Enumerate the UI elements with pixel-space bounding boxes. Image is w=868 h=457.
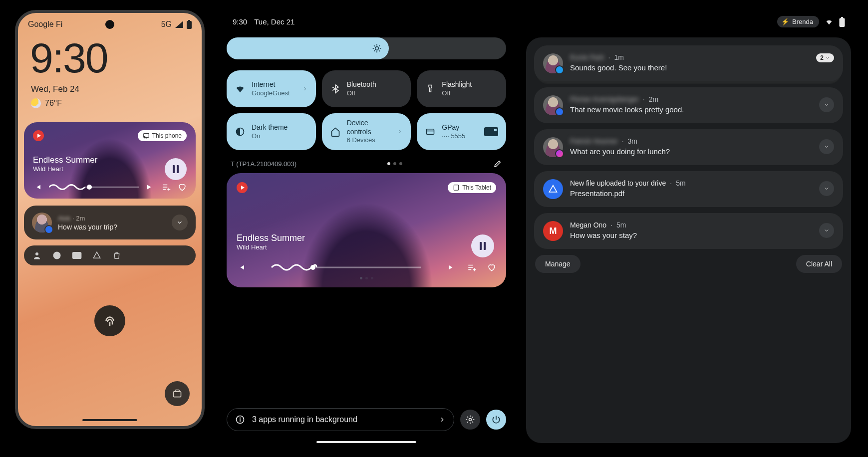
phone-media-card[interactable]: This phone Endless Summer Wild Heart	[24, 122, 196, 199]
notification-card[interactable]: Florian Koenigsberger·2m That new movie …	[534, 87, 843, 123]
edit-tiles-button[interactable]	[493, 159, 502, 168]
expand-button[interactable]	[819, 139, 834, 154]
gear-icon	[465, 415, 475, 425]
expand-button[interactable]	[819, 223, 834, 238]
sender-name: Eunie Park	[570, 53, 604, 61]
next-track-button[interactable]	[146, 183, 155, 192]
temperature-label: 76°F	[45, 99, 62, 108]
tile-title: Flashlight	[442, 80, 498, 89]
expand-button[interactable]	[172, 215, 188, 230]
expand-button[interactable]	[819, 181, 834, 196]
notification-age: 5m	[616, 221, 626, 229]
chevron-right-icon	[302, 85, 308, 93]
svg-point-18	[240, 418, 241, 418]
bluetooth-icon	[330, 83, 341, 94]
user-chip[interactable]: ⚡ Brenda	[777, 16, 819, 27]
notification-message: That new movie looks pretty good.	[570, 105, 812, 114]
sender-name: Patrick Hosmer	[570, 137, 618, 145]
tablet-media-card[interactable]: This Tablet Endless Summer Wild Heart	[227, 173, 506, 287]
home-icon	[330, 126, 341, 137]
build-label: T (TP1A.2100409.003)	[231, 160, 296, 168]
notification-card[interactable]: Patrick Hosmer·3m What are you doing for…	[534, 129, 843, 165]
cast-target-label: This phone	[152, 132, 182, 139]
chevron-right-icon	[439, 416, 446, 424]
nav-handle[interactable]	[82, 419, 137, 421]
notification-card[interactable]: New file uploaded to your drive·5m Prese…	[534, 171, 843, 207]
gmail-app-icon: M	[543, 221, 563, 241]
sender-name: Alok	[58, 215, 70, 222]
fingerprint-button[interactable]	[94, 305, 125, 336]
power-button[interactable]	[486, 410, 506, 430]
pause-button[interactable]	[165, 158, 187, 180]
next-track-button[interactable]	[447, 263, 456, 272]
drive-app-icon	[543, 179, 563, 199]
facebook-tray-icon	[52, 250, 62, 260]
notification-message: What are you doing for lunch?	[570, 147, 812, 156]
pause-button[interactable]	[471, 234, 494, 257]
clear-all-button[interactable]: Clear All	[796, 255, 842, 273]
queue-add-button[interactable]	[162, 183, 171, 192]
tablet-status-bar: 9:30 Tue, Dec 21 ⚡ Brenda	[227, 14, 851, 37]
media-page-dots	[237, 277, 496, 279]
svg-rect-14	[454, 185, 459, 191]
wifi-icon	[824, 18, 834, 26]
notification-card[interactable]: Eunie Park·1m Sounds good. See you there…	[534, 45, 843, 81]
notification-age: 2m	[649, 95, 658, 103]
notification-icon-tray[interactable]	[24, 245, 196, 265]
wallet-button[interactable]	[165, 381, 190, 406]
cast-target-chip[interactable]: This phone	[138, 130, 187, 141]
messages-app-badge	[44, 225, 53, 234]
tablet-date: Tue, Dec 21	[254, 17, 294, 26]
queue-add-button[interactable]	[467, 263, 476, 272]
svg-rect-9	[841, 17, 843, 18]
tile-internet[interactable]: InternetGoogleGuest	[227, 70, 316, 107]
previous-track-button[interactable]	[33, 183, 42, 192]
info-icon	[235, 415, 245, 425]
card-preview-icon	[484, 127, 498, 136]
drive-tray-icon	[92, 250, 102, 260]
phone-notification[interactable]: Alok · 2m How was your trip?	[24, 206, 196, 239]
tile-title: Internet	[252, 80, 296, 89]
tile-title: Device controls	[347, 119, 391, 136]
notification-age: 3m	[628, 137, 637, 145]
track-artist: Wild Heart	[237, 243, 496, 251]
previous-track-button[interactable]	[237, 263, 246, 272]
tile-flashlight[interactable]: FlashlightOff	[417, 70, 506, 107]
twitter-app-badge	[555, 65, 564, 74]
notification-count-chip[interactable]: 2	[816, 53, 834, 62]
svg-rect-8	[839, 18, 845, 27]
favorite-button[interactable]	[487, 263, 496, 272]
favorite-button[interactable]	[178, 183, 187, 192]
notification-panel: Eunie Park·1m Sounds good. See you there…	[526, 37, 851, 443]
weather-widget[interactable]: 76°F	[18, 94, 202, 108]
cast-target-chip[interactable]: This Tablet	[448, 182, 496, 193]
tile-device-controls[interactable]: Device controls6 Devices	[322, 113, 411, 150]
tile-bluetooth[interactable]: BluetoothOff	[322, 70, 411, 107]
svg-rect-2	[143, 133, 149, 137]
nav-handle[interactable]	[316, 441, 416, 443]
battery-icon	[839, 17, 845, 27]
youtube-music-icon	[33, 130, 44, 141]
tablet-time: 9:30	[233, 17, 247, 26]
brightness-icon	[372, 43, 382, 53]
notification-title: New file uploaded to your drive	[570, 179, 666, 187]
notification-card[interactable]: M Megan Ono·5m How was your stay?	[534, 213, 843, 249]
notification-message: Presentation.pdf	[570, 189, 812, 198]
tile-gpay[interactable]: GPay···· 5555	[417, 113, 506, 150]
settings-button[interactable]	[460, 410, 480, 430]
flashlight-icon	[425, 83, 436, 94]
cast-target-label: This Tablet	[462, 184, 491, 191]
progress-slider[interactable]	[49, 185, 139, 189]
weather-icon	[31, 98, 41, 108]
messages-app-badge	[555, 107, 564, 116]
tile-dark-theme[interactable]: Dark themeOn	[227, 113, 316, 150]
tile-subtitle: GoogleGuest	[252, 89, 296, 97]
background-apps-button[interactable]: 3 apps running in background	[227, 408, 454, 431]
brightness-slider[interactable]	[227, 37, 506, 59]
tile-title: Bluetooth	[347, 80, 403, 89]
bolt-icon: ⚡	[781, 18, 789, 25]
expand-button[interactable]	[819, 97, 834, 112]
progress-slider[interactable]	[257, 265, 436, 269]
tablet-shade: 9:30 Tue, Dec 21 ⚡ Brenda	[225, 10, 853, 447]
manage-button[interactable]: Manage	[535, 255, 580, 273]
